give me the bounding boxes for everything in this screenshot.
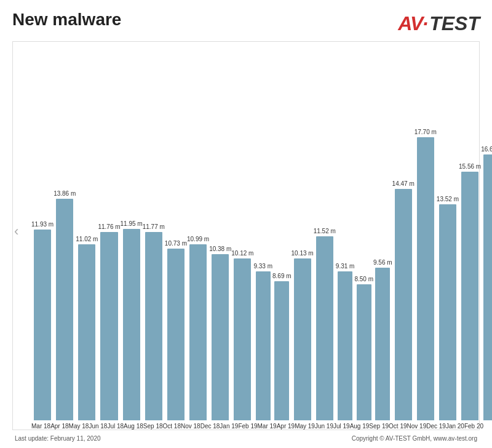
bar-group: 11.93 m xyxy=(31,221,54,420)
chart-container: ‹ 11.93 m13.86 m11.02 m11.76 m11.95 m11.… xyxy=(12,41,480,430)
bar-value-label: 15.56 m xyxy=(459,163,481,170)
x-axis-label: Aug 18 xyxy=(124,423,143,430)
bar-group: 9.56 m xyxy=(373,259,392,420)
bar-group: 10.12 m xyxy=(231,250,253,420)
bar-value-label: 11.52 m xyxy=(314,228,336,234)
bar-value-label: 10.38 m xyxy=(209,246,231,252)
bar-value-label: 17.70 m xyxy=(415,129,437,135)
left-arrow[interactable]: ‹ xyxy=(14,223,18,239)
bar-group: 13.52 m xyxy=(437,196,459,420)
bar-group: 11.77 m xyxy=(143,223,165,420)
bar-value-label: 9.56 m xyxy=(373,259,392,266)
bar-value-label: 9.33 m xyxy=(253,263,272,270)
bar-group: 14.47 m xyxy=(392,180,415,420)
bar-value-label: 11.77 m xyxy=(143,223,165,230)
x-axis-label: Nov 18 xyxy=(181,423,200,430)
logo-av-text: AV xyxy=(398,12,423,35)
bar-value-label: 10.12 m xyxy=(231,250,253,257)
x-axis-label: Jan 19 xyxy=(220,423,238,430)
bar-group: 11.76 m xyxy=(98,223,120,420)
x-axis-label: Mar 18 xyxy=(31,423,50,430)
bar-group: 10.38 m xyxy=(209,246,231,420)
x-axis-label: Jul 18 xyxy=(107,423,124,430)
bar-group: 17.70 m xyxy=(415,129,437,420)
bar-value-label: 10.13 m xyxy=(292,250,314,257)
bar-value-label: 11.02 m xyxy=(76,236,98,242)
bar-value-label: 11.93 m xyxy=(31,221,54,228)
x-axis-label: Mar 19 xyxy=(258,423,277,430)
bar-group: 9.31 m xyxy=(336,263,355,420)
bar-group: 10.13 m xyxy=(292,250,314,420)
bar-value-label: 13.52 m xyxy=(437,196,459,202)
bar-rect xyxy=(357,284,371,420)
x-axis: Mar 18Apr 18May 18Jun 18Jul 18Aug 18Sep … xyxy=(13,420,479,430)
bar-rect xyxy=(294,258,311,420)
bar-group: 11.02 m xyxy=(76,236,98,420)
bar-rect xyxy=(123,229,140,420)
bar-value-label: 10.99 m xyxy=(187,236,209,242)
bar-rect xyxy=(256,271,271,420)
logo-slash: · xyxy=(423,12,428,35)
bar-rect xyxy=(338,271,352,420)
bar-value-label: 9.31 m xyxy=(336,263,355,270)
bar-value-label: 10.73 m xyxy=(165,240,187,247)
bar-rect xyxy=(189,244,207,420)
bar-value-label: 11.95 m xyxy=(121,220,143,227)
page-title: New malware xyxy=(12,10,121,30)
bar-value-label: 16.61 m xyxy=(481,146,492,153)
bar-group: 13.86 m xyxy=(54,190,76,420)
bar-group: 10.99 m xyxy=(187,236,209,420)
bar-rect xyxy=(439,204,456,420)
x-axis-label: Dec 19 xyxy=(426,423,446,430)
bar-rect xyxy=(234,258,251,420)
x-axis-label: Jul 19 xyxy=(333,423,350,430)
bar-rect xyxy=(78,244,95,420)
bar-group: 8.50 m xyxy=(354,276,373,420)
bar-group: 11.52 m xyxy=(314,228,336,420)
bar-group: 8.69 m xyxy=(272,273,292,420)
bar-value-label: 8.69 m xyxy=(272,273,292,279)
x-axis-label: Sep 19 xyxy=(369,423,389,430)
bar-rect xyxy=(395,189,412,420)
bar-rect xyxy=(212,254,229,420)
bar-group: 10.73 m xyxy=(165,240,187,420)
logo-test-text: TEST xyxy=(429,12,480,35)
bar-value-label: 8.50 m xyxy=(354,276,373,282)
x-axis-label: Aug 19 xyxy=(350,423,370,430)
bar-value-label: 13.86 m xyxy=(54,190,76,197)
bar-rect xyxy=(167,249,184,420)
x-axis-label: Apr 19 xyxy=(277,423,295,430)
bar-rect xyxy=(274,281,289,420)
last-update: Last update: February 11, 2020 xyxy=(15,435,101,442)
x-axis-label: Jun 19 xyxy=(315,423,333,430)
bar-rect xyxy=(34,230,51,420)
footer: Last update: February 11, 2020 Copyright… xyxy=(12,435,480,442)
bar-group: 15.56 m xyxy=(459,163,481,420)
bars-area: ‹ 11.93 m13.86 m11.02 m11.76 m11.95 m11.… xyxy=(13,42,479,420)
bar-value-label: 11.76 m xyxy=(98,223,120,230)
bar-group: 9.33 m xyxy=(253,263,272,420)
bar-rect xyxy=(375,268,390,420)
bar-group: 11.95 m xyxy=(121,220,143,420)
bar-group: 16.61 m xyxy=(481,146,492,420)
copyright: Copyright © AV-TEST GmbH, www.av-test.or… xyxy=(352,435,477,442)
x-axis-label: Oct 18 xyxy=(163,423,181,430)
x-axis-label: Feb 19 xyxy=(238,423,257,430)
x-axis-label: Jun 18 xyxy=(89,423,107,430)
bar-rect xyxy=(56,199,73,420)
av-test-logo: AV · TEST xyxy=(398,12,480,35)
x-axis-label: Apr 18 xyxy=(50,423,68,430)
bar-rect xyxy=(100,232,117,420)
header: New malware AV · TEST xyxy=(12,10,480,35)
x-axis-label: May 19 xyxy=(295,423,315,430)
bar-rect xyxy=(461,172,478,420)
x-axis-label: Jan 20 xyxy=(446,423,464,430)
x-axis-label: Oct 19 xyxy=(389,423,407,430)
bar-rect xyxy=(145,232,162,420)
x-axis-label: Nov 19 xyxy=(407,423,427,430)
x-axis-label: May 18 xyxy=(69,423,89,430)
x-axis-label: Feb 20 xyxy=(464,423,483,430)
bar-rect xyxy=(417,137,434,420)
x-axis-label: Dec 18 xyxy=(200,423,220,430)
bar-rect xyxy=(483,154,492,420)
